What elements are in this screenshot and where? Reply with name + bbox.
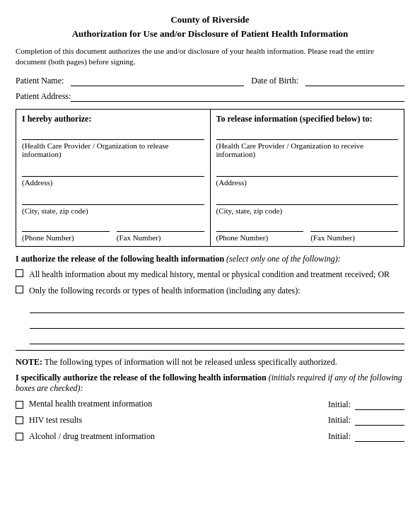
mental-health-initials-row: Initial: [328,399,404,410]
right-address-input[interactable] [216,164,399,177]
hiv-initials-input[interactable] [355,414,404,426]
left-provider-desc: (Health Care Provider / Organization to … [22,141,204,158]
records-line-1[interactable] [30,300,404,313]
mental-health-text: Mental health treatment information [29,398,322,410]
dob-input[interactable] [305,75,404,86]
mental-health-item: Mental health treatment information Init… [16,398,404,410]
patient-address-row: Patient Address: [16,90,404,102]
intro-text: Completion of this document authorizes t… [16,46,404,68]
right-city-input[interactable] [216,192,399,205]
note-text: NOTE: The following types of information… [16,356,404,368]
left-address-desc: (Address) [22,178,204,187]
release-option-2: Only the following records or types of h… [16,285,404,297]
hiv-text: HIV test results [29,414,322,426]
release-option-2-text: Only the following records or types of h… [29,285,301,297]
left-phone-input[interactable] [22,221,110,232]
note-content: The following types of information will … [45,357,337,367]
hiv-checkbox[interactable] [16,416,23,424]
left-fax-item: (Fax Number) [117,221,204,242]
right-provider-desc: (Health Care Provider / Organization to … [216,141,399,158]
patient-name-label: Patient Name: [16,76,64,86]
left-city-desc: (City, state, zip code) [22,206,204,215]
right-fax-item: (Fax Number) [310,221,398,242]
document-title: County of Riverside Authorization for Us… [16,13,404,40]
specific-auth-header: I specifically authorize the release of … [16,373,404,394]
authorization-table: I hereby authorize: (Health Care Provide… [16,109,404,247]
left-phone-label: (Phone Number) [22,233,110,242]
release-checkbox-2[interactable] [16,286,23,293]
release-bold: I authorize the release of the following… [16,254,224,264]
alcohol-drug-initials-input[interactable] [355,431,404,442]
right-fax-label: (Fax Number) [310,233,398,242]
right-city-desc: (City, state, zip code) [216,206,399,215]
hiv-item: HIV test results Initial: [16,414,404,426]
records-line-3[interactable] [30,332,404,344]
hiv-initials-label: Initial: [328,415,351,426]
right-phone-label: (Phone Number) [216,233,304,242]
patient-name-row: Patient Name: Date of Birth: [16,75,404,86]
right-column: To release information (specified below)… [210,109,404,246]
title-line2: Authorization for Use and/or Disclosure … [16,27,404,41]
patient-name-input[interactable] [71,75,244,86]
mental-health-initials-label: Initial: [328,399,351,410]
release-option-1-text: All health information about my medical … [29,269,390,281]
hiv-initials-row: Initial: [328,414,404,426]
right-phone-input[interactable] [216,221,304,232]
left-column: I hereby authorize: (Health Care Provide… [16,109,211,246]
alcohol-drug-item: Alcohol / drug treatment information Ini… [16,431,404,443]
specific-bold: I specifically authorize the release of … [16,373,267,382]
alcohol-drug-initials-row: Initial: [328,431,404,442]
mental-health-initials-input[interactable] [355,399,404,410]
left-fax-input[interactable] [117,221,204,232]
right-provider-input[interactable] [216,127,399,140]
title-line1: County of Riverside [16,13,404,27]
section-divider [16,350,404,351]
records-lines-area [30,300,404,344]
right-fax-input[interactable] [310,221,398,232]
records-line-2[interactable] [30,316,404,329]
release-italic: (select only one of the following): [226,254,341,264]
left-city-input[interactable] [22,192,204,205]
left-phone-item: (Phone Number) [22,221,110,242]
release-section-header: I authorize the release of the following… [16,254,404,264]
dob-label: Date of Birth: [251,76,298,86]
left-phone-fax-row: (Phone Number) (Fax Number) [22,221,204,242]
left-col-header: I hereby authorize: [22,114,204,127]
alcohol-drug-initials-label: Initial: [328,431,351,442]
left-provider-input[interactable] [22,127,204,140]
right-col-header: To release information (specified below)… [216,114,399,127]
alcohol-drug-text: Alcohol / drug treatment information [29,431,322,443]
patient-address-input[interactable] [71,90,404,102]
release-checkbox-1[interactable] [16,269,23,277]
patient-address-label: Patient Address: [16,91,71,102]
release-option-1: All health information about my medical … [16,269,404,281]
alcohol-drug-checkbox[interactable] [16,433,23,440]
mental-health-checkbox[interactable] [16,401,23,409]
right-address-desc: (Address) [216,178,399,187]
right-phone-item: (Phone Number) [216,221,304,242]
left-fax-label: (Fax Number) [117,233,204,242]
right-phone-fax-row: (Phone Number) (Fax Number) [216,221,399,242]
left-address-input[interactable] [22,164,204,177]
